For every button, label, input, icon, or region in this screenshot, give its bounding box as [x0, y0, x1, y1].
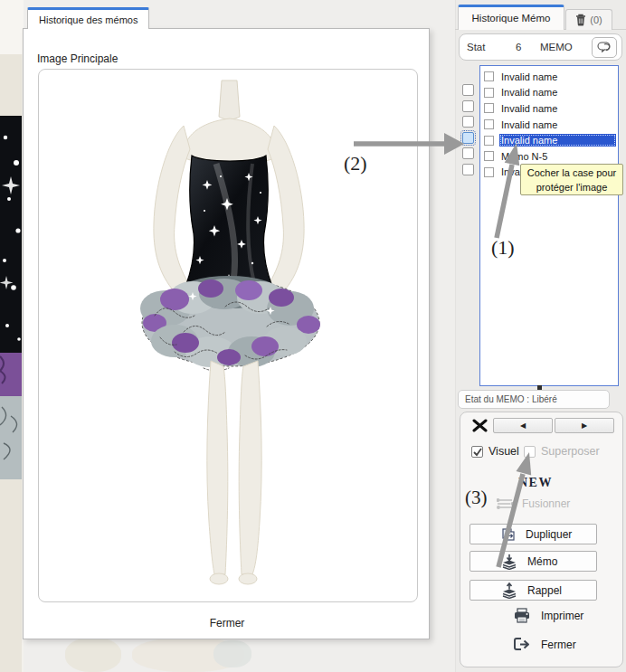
fusionner-button-disabled: Fusionner: [522, 497, 570, 510]
speech-bubble-icon: [597, 42, 612, 53]
previous-memo-button[interactable]: ◀: [493, 418, 553, 433]
rappel-button-label: Rappel: [527, 584, 562, 597]
stat-label: Stat: [467, 42, 485, 52]
dupliquer-button[interactable]: Dupliquer: [470, 524, 597, 544]
comment-button[interactable]: [592, 37, 617, 58]
dress-illustration: [39, 70, 418, 602]
list-item[interactable]: Invalid name: [480, 69, 618, 85]
superposer-label: Superposer: [541, 445, 600, 458]
main-image-frame: [38, 69, 418, 602]
chevron-left-icon: ◀: [520, 421, 526, 430]
tab-historique-des-memos[interactable]: Historique des mémos: [27, 7, 149, 29]
list-item-selected[interactable]: Invalid name: [480, 132, 618, 148]
image-principale-label: Image Principale: [37, 52, 118, 65]
background-image-fragment: [213, 640, 251, 667]
trash-count: (0): [590, 14, 602, 25]
memo-status-bar: Etat du MEMO : Libéré: [458, 390, 610, 409]
fermer-panel-label: Fermer: [541, 639, 576, 651]
tab-label: Historique Mémo: [472, 13, 551, 24]
item-label[interactable]: Memo N-5: [499, 150, 549, 163]
list-item[interactable]: Invalid name: [480, 100, 618, 117]
item-label[interactable]: Invalid name: [499, 86, 559, 99]
annotation-new: NEW: [518, 476, 553, 490]
chevron-right-icon: ▶: [582, 421, 587, 430]
visuel-checkbox[interactable]: [471, 446, 483, 458]
imprimer-button[interactable]: Imprimer: [513, 608, 583, 624]
memo-history-window-body: Image Principale: [23, 28, 430, 639]
layers-down-icon: [501, 554, 517, 570]
tooltip-line2: protéger l'image: [521, 180, 622, 194]
item-label[interactable]: Invalid name: [499, 118, 559, 131]
protect-checkbox[interactable]: [462, 84, 474, 96]
item-checkbox[interactable]: [484, 151, 494, 161]
list-item[interactable]: Memo N-5: [480, 148, 618, 165]
fermer-button[interactable]: Fermer: [24, 617, 431, 629]
dupliquer-label: Dupliquer: [526, 528, 572, 541]
dress-image-fragment: [0, 54, 24, 672]
delete-x-icon: [472, 419, 488, 432]
protect-checkbox[interactable]: [462, 164, 474, 175]
next-memo-button[interactable]: ▶: [555, 418, 614, 433]
duplicate-icon: [501, 527, 516, 542]
memo-list[interactable]: Invalid name Invalid name Invalid name I…: [479, 65, 619, 386]
item-label[interactable]: Invalid name: [499, 102, 559, 115]
item-checkbox[interactable]: [484, 103, 494, 113]
check-icon: [472, 447, 483, 458]
background-image-fragment: [65, 638, 121, 672]
fermer-panel-button[interactable]: Fermer: [513, 637, 576, 652]
memo-label: MEMO: [540, 42, 573, 52]
item-checkbox[interactable]: [484, 88, 494, 98]
item-label[interactable]: Invalid name: [499, 71, 559, 83]
item-checkbox[interactable]: [484, 136, 494, 146]
tab-label: Historique des mémos: [39, 14, 138, 25]
tab-trash[interactable]: (0): [565, 9, 612, 30]
superposer-checkbox[interactable]: [524, 446, 536, 458]
list-item[interactable]: Invalid name: [480, 117, 618, 133]
item-checkbox[interactable]: [484, 119, 494, 129]
memo-controls-panel: ◀ ▶ Visuel Superposer NEW (3) Fusionner …: [460, 412, 623, 667]
visuel-label[interactable]: Visuel: [488, 445, 519, 458]
item-label[interactable]: Invalid name: [499, 134, 616, 147]
background-area: [0, 0, 24, 54]
exit-icon: [513, 637, 531, 652]
tab-historique-memo[interactable]: Historique Mémo: [458, 5, 564, 30]
protect-checkbox[interactable]: [462, 147, 474, 159]
layers-up-icon: [501, 582, 517, 599]
protect-checkbox-focused[interactable]: [462, 132, 474, 144]
protect-checkbox[interactable]: [462, 116, 474, 128]
memo-button[interactable]: Mémo: [470, 551, 597, 572]
item-checkbox[interactable]: [484, 167, 494, 177]
memo-count: 6: [516, 42, 521, 52]
rappel-button[interactable]: Rappel: [470, 580, 597, 601]
memo-history-window: Historique des mémos Image Principale: [23, 7, 430, 639]
item-checkbox[interactable]: [484, 71, 494, 81]
printer-icon: [513, 608, 531, 624]
background-image-fragment: [0, 54, 24, 672]
protect-tooltip: Cocher la case pour protéger l'image: [520, 164, 623, 195]
tooltip-line1: Cocher la case pour: [521, 166, 622, 180]
fusionner-icon: [497, 497, 515, 510]
trash-icon: [575, 14, 586, 26]
protect-checkbox[interactable]: [462, 100, 474, 112]
list-item[interactable]: Invalid name: [480, 85, 618, 101]
delete-x-button[interactable]: [472, 419, 488, 432]
memo-button-label: Mémo: [527, 555, 557, 568]
imprimer-label: Imprimer: [541, 610, 583, 622]
memo-stats-header: Stat 6 MEMO: [459, 33, 622, 61]
annotation-3: (3): [465, 487, 488, 509]
